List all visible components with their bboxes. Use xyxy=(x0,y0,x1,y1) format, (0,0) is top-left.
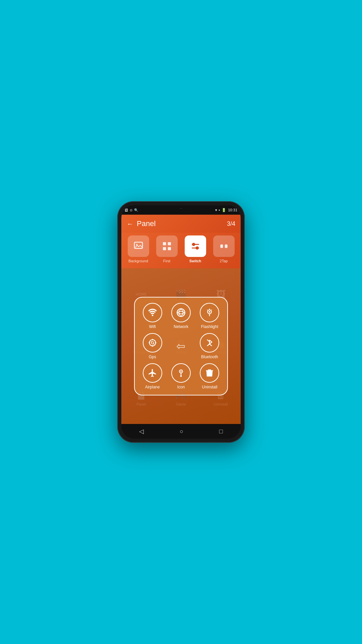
flashlight-circle xyxy=(200,303,219,322)
svg-point-15 xyxy=(209,311,210,313)
svg-point-20 xyxy=(149,340,156,346)
time-display: 10:31 xyxy=(228,208,237,212)
switch-item-airplane[interactable]: Airplane xyxy=(140,363,165,389)
switch-item-wifi[interactable]: Wifi xyxy=(140,303,165,329)
svg-rect-4 xyxy=(163,247,166,250)
battery-icon: 🔋 xyxy=(222,208,226,212)
wifi-label: Wifi xyxy=(149,324,156,329)
toolbar: ← Panel 3/4 xyxy=(121,215,241,233)
panel-item-twotap[interactable]: 2Tap xyxy=(211,235,237,263)
phone-device: 🖼 ⊙ 🔍 ▾ ▪ 🔋 10:31 ← Panel 3/4 xyxy=(117,201,245,443)
background-icon-box xyxy=(128,235,149,257)
panel-item-background[interactable]: Background xyxy=(125,235,151,263)
svg-line-18 xyxy=(207,310,208,310)
panel-icon-selector: Background First xyxy=(121,233,241,268)
toolbar-title: Panel xyxy=(137,219,156,228)
switch-icon-box xyxy=(185,235,206,257)
image-icon: 🖼 xyxy=(125,208,128,212)
switch-item-bluetooth[interactable]: Bluetooth xyxy=(197,333,222,359)
airplane-label: Airplane xyxy=(145,385,160,389)
switch-item-uninstall[interactable]: Uninstall xyxy=(197,363,222,389)
svg-point-31 xyxy=(180,375,182,377)
phone-screen: 🖼 ⊙ 🔍 ▾ ▪ 🔋 10:31 ← Panel 3/4 xyxy=(121,205,241,439)
svg-rect-2 xyxy=(163,242,166,245)
svg-rect-3 xyxy=(168,242,171,245)
first-label: First xyxy=(163,259,170,263)
svg-line-27 xyxy=(154,344,154,344)
signal-icon: ▪ xyxy=(219,208,220,212)
svg-point-9 xyxy=(196,247,198,249)
page-indicator: 3/4 xyxy=(227,220,235,227)
switch-item-arrow: ⇦ xyxy=(169,333,193,359)
network-circle xyxy=(171,303,191,322)
switch-item-network[interactable]: Network xyxy=(169,303,193,329)
switch-item-gps[interactable]: Gps xyxy=(140,333,165,359)
svg-rect-5 xyxy=(168,247,171,250)
floating-switch-panel: Wifi Ne xyxy=(134,297,228,395)
switch-item-flashlight[interactable]: Flashlight xyxy=(197,303,222,329)
circle-icon: ⊙ xyxy=(130,208,132,212)
toolbar-left: ← Panel xyxy=(127,219,156,228)
back-button[interactable]: ← xyxy=(127,220,133,228)
twotap-label: 2Tap xyxy=(220,259,228,263)
icon-label: Icon xyxy=(177,385,185,389)
network-label: Network xyxy=(174,324,188,329)
nav-bar: ◁ ○ □ xyxy=(121,424,241,439)
nav-home-button[interactable]: ○ xyxy=(180,428,183,435)
app-content: ← Panel 3/4 Background xyxy=(121,215,241,439)
svg-rect-11 xyxy=(225,245,227,248)
wifi-status-icon: ▾ xyxy=(215,208,217,212)
gps-circle xyxy=(143,333,162,353)
speaker xyxy=(171,209,191,211)
svg-point-29 xyxy=(180,371,182,372)
uninstall-circle xyxy=(200,363,219,383)
wifi-circle xyxy=(143,303,162,322)
svg-line-19 xyxy=(212,310,212,310)
svg-point-12 xyxy=(152,315,153,316)
main-area: HOME 🎬 🖼 🛒 Shopping ⚙ Setting xyxy=(121,268,241,424)
first-icon-box xyxy=(156,235,178,257)
airplane-circle xyxy=(143,363,162,383)
bluetooth-circle xyxy=(200,333,219,353)
back-arrow-icon: ⇦ xyxy=(176,340,185,353)
icon-circle xyxy=(171,363,191,383)
nav-recents-button[interactable]: □ xyxy=(219,428,223,435)
nav-back-button[interactable]: ◁ xyxy=(139,428,144,435)
svg-point-13 xyxy=(177,309,185,316)
svg-rect-10 xyxy=(220,245,223,248)
status-left-icons: 🖼 ⊙ 🔍 xyxy=(125,208,138,212)
bluetooth-label: Bluetooth xyxy=(201,355,218,359)
status-right-icons: ▾ ▪ 🔋 10:31 xyxy=(215,208,237,212)
search-icon: 🔍 xyxy=(134,208,138,212)
switch-item-icon[interactable]: Icon xyxy=(169,363,193,389)
svg-point-7 xyxy=(192,243,195,246)
flashlight-label: Flashlight xyxy=(201,324,218,329)
uninstall-label: Uninstall xyxy=(202,385,217,389)
gps-label: Gps xyxy=(149,355,156,359)
background-label: Background xyxy=(128,259,148,263)
svg-point-25 xyxy=(151,342,154,344)
switch-label: Switch xyxy=(189,259,201,263)
panel-item-switch[interactable]: Switch xyxy=(182,235,208,263)
svg-line-26 xyxy=(151,341,152,342)
panel-item-first[interactable]: First xyxy=(154,235,180,263)
twotap-icon-box xyxy=(213,235,235,257)
